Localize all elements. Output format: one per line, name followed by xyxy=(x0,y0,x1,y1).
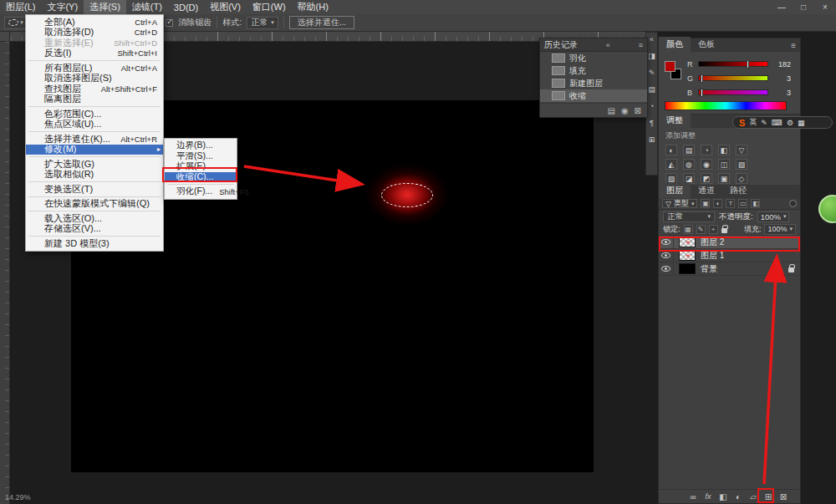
history-state-fill[interactable]: 填充 xyxy=(540,64,647,77)
adjustment-icon[interactable]: ◉ xyxy=(701,159,712,170)
adjustment-icon[interactable]: ◧ xyxy=(718,145,730,155)
menu-item-modify[interactable]: 修改(M)▸ xyxy=(26,145,163,155)
select-and-mask-button[interactable]: 选择并遮住... xyxy=(289,16,354,29)
link-layers-icon[interactable]: ∞ xyxy=(688,492,698,501)
lock-position-icon[interactable]: + xyxy=(709,225,718,234)
red-slider[interactable] xyxy=(698,61,768,67)
blue-slider[interactable] xyxy=(698,89,768,95)
filter-type-layers-icon[interactable]: T xyxy=(726,199,735,208)
history-state-feather[interactable]: 羽化 xyxy=(540,52,647,64)
filter-pixel-layers-icon[interactable]: ▣ xyxy=(701,199,710,208)
menu-item-smooth[interactable]: 平滑(S)... xyxy=(165,151,237,162)
ime-keyboard-icon[interactable]: ⌨ xyxy=(772,119,782,127)
ime-pencil-icon[interactable]: ✎ xyxy=(761,119,767,127)
panel-menu-icon[interactable]: ≡ xyxy=(634,41,643,49)
anti-alias-checkbox[interactable] xyxy=(166,19,173,27)
menu-item-focus-area[interactable]: 焦点区域(U)... xyxy=(26,120,163,130)
menu-item-border[interactable]: 边界(B)... xyxy=(165,140,237,151)
new-adjustment-layer-icon[interactable]: ◐ xyxy=(733,492,743,501)
close-button[interactable]: × xyxy=(814,3,836,12)
filter-shape-layers-icon[interactable]: ▭ xyxy=(738,199,747,208)
layer-row-background[interactable]: 背景 xyxy=(659,262,800,276)
add-layer-mask-icon[interactable]: ◧ xyxy=(718,492,728,501)
minimize-button[interactable]: — xyxy=(771,3,793,12)
layer-row-layer2[interactable]: 图层 2 xyxy=(659,236,800,249)
menu-type[interactable]: 文字(Y) xyxy=(41,0,84,14)
zoom-level[interactable]: 14.29% xyxy=(5,493,31,501)
blend-mode-select[interactable]: 正常 ▾ xyxy=(663,211,715,222)
slider-thumb[interactable] xyxy=(701,74,703,83)
new-document-from-state-icon[interactable]: ▤ xyxy=(607,106,614,115)
layer-row-layer1[interactable]: 图层 1 xyxy=(659,249,800,262)
lock-pixels-icon[interactable]: ✎ xyxy=(696,225,706,234)
lock-all-icon[interactable] xyxy=(721,228,727,233)
visibility-toggle[interactable] xyxy=(659,262,674,275)
opacity-input[interactable]: 100% ▾ xyxy=(757,211,790,222)
layer-filter-type-select[interactable]: ▽ 类型 ▾ xyxy=(662,199,697,208)
dock-panel-icon[interactable]: ⊞ xyxy=(649,135,655,144)
menu-item-expand[interactable]: 扩展(E)... xyxy=(165,161,237,172)
tab-adjustments[interactable]: 调整 xyxy=(659,113,691,128)
menu-item-feather[interactable]: 羽化(F)...Shift+F6 xyxy=(165,186,237,197)
floating-assistant-button[interactable] xyxy=(818,195,836,223)
layer-thumbnail[interactable] xyxy=(679,237,696,247)
adjustment-icon[interactable]: ◫ xyxy=(718,159,730,170)
tab-channels[interactable]: 通道 xyxy=(691,183,722,198)
filter-adjustment-layers-icon[interactable]: ◐ xyxy=(713,199,722,208)
layer-thumbnail[interactable] xyxy=(679,263,696,274)
layer-style-icon[interactable]: fx xyxy=(703,492,713,501)
adjustment-icon[interactable]: ◐ xyxy=(665,145,677,155)
menu-item-similar[interactable]: 选取相似(R) xyxy=(26,170,163,181)
green-slider[interactable] xyxy=(698,75,768,81)
collapse-panel-icon[interactable]: « xyxy=(601,41,610,49)
menu-item-transform-selection[interactable]: 变换选区(T) xyxy=(26,184,163,195)
adjustment-icon[interactable]: ◔ xyxy=(701,145,712,155)
tab-paths[interactable]: 路径 xyxy=(722,183,754,198)
history-state-new-layer[interactable]: 新建图层 xyxy=(540,77,647,89)
menu-layer[interactable]: 图层(L) xyxy=(0,0,41,14)
visibility-toggle[interactable] xyxy=(659,236,674,248)
menu-view[interactable]: 视图(V) xyxy=(204,0,247,14)
foreground-color-swatch[interactable] xyxy=(665,61,675,72)
menu-3d[interactable]: 3D(D) xyxy=(168,0,204,14)
color-spectrum-ramp[interactable] xyxy=(665,101,787,110)
slider-thumb[interactable] xyxy=(701,89,703,97)
style-select[interactable]: 正常 ▾ xyxy=(247,17,278,29)
menu-item-contract[interactable]: 收缩(C)... xyxy=(165,172,237,183)
ime-logo-icon[interactable]: S xyxy=(739,118,745,128)
slider-thumb[interactable] xyxy=(747,60,749,69)
lock-transparency-icon[interactable]: ▦ xyxy=(684,225,693,234)
adjustment-icon[interactable]: ◭ xyxy=(665,159,677,170)
tab-swatches[interactable]: 色板 xyxy=(691,37,722,52)
history-state-contract[interactable]: 收缩 xyxy=(540,89,647,102)
dock-panel-icon[interactable]: ✎ xyxy=(649,69,655,77)
ime-language-toggle[interactable]: 英 xyxy=(749,117,757,128)
tab-layers[interactable]: 图层 xyxy=(659,183,691,198)
dock-panel-icon[interactable]: ◔ xyxy=(650,102,654,110)
fill-input[interactable]: 100% ▾ xyxy=(764,224,796,235)
maximize-button[interactable]: □ xyxy=(793,3,814,12)
delete-state-icon[interactable]: ⊠ xyxy=(635,106,641,115)
visibility-toggle[interactable] xyxy=(659,249,674,262)
new-snapshot-icon[interactable]: ◉ xyxy=(621,106,629,115)
panel-menu-icon[interactable]: ≡ xyxy=(787,41,800,52)
filter-smart-objects-icon[interactable]: ◧ xyxy=(751,199,760,208)
new-group-icon[interactable]: ▱ xyxy=(748,492,758,501)
menu-select[interactable]: 选择(S) xyxy=(84,0,126,14)
tab-color[interactable]: 颜色 xyxy=(659,37,691,52)
menu-help[interactable]: 帮助(H) xyxy=(292,0,334,14)
filter-toggle[interactable] xyxy=(789,200,797,207)
menu-item-new-3d-model[interactable]: 新建 3D 模型(3) xyxy=(26,238,163,249)
layer-thumbnail[interactable] xyxy=(679,250,696,261)
adjustment-icon[interactable]: ▤ xyxy=(683,145,695,155)
menu-filter[interactable]: 滤镜(T) xyxy=(126,0,168,14)
adjustment-icon[interactable]: ▽ xyxy=(736,145,747,155)
menu-item-isolate-layers[interactable]: 隔离图层 xyxy=(26,94,163,105)
adjustment-icon[interactable]: ◍ xyxy=(683,159,695,170)
ime-toolbox-icon[interactable]: ▦ xyxy=(798,119,805,127)
new-layer-icon[interactable]: ⊞ xyxy=(763,492,773,501)
adjustment-icon[interactable]: ▧ xyxy=(736,159,747,170)
expand-panels-icon[interactable]: « xyxy=(650,35,654,43)
dock-panel-icon[interactable]: ▤ xyxy=(648,85,655,94)
menu-item-quick-mask[interactable]: 在快速蒙版模式下编辑(Q) xyxy=(26,199,163,210)
